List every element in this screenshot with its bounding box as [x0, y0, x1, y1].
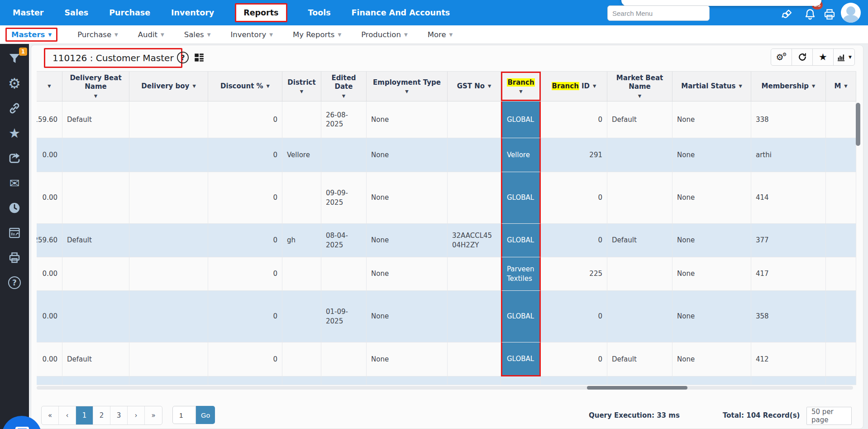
- column-header-blank[interactable]: ▼: [37, 72, 62, 101]
- column-header-employment-type[interactable]: Employment Type▼: [367, 72, 448, 101]
- page-button-first[interactable]: «: [42, 406, 59, 424]
- sidebar-report-window-icon[interactable]: [5, 224, 24, 242]
- sidebar-history-icon[interactable]: [5, 199, 24, 217]
- cell-gst-no: [448, 172, 501, 224]
- sort-caret-icon: ▼: [488, 83, 491, 89]
- cell-discount: 0: [208, 342, 282, 376]
- column-header-district[interactable]: District▼: [282, 72, 321, 101]
- subnav-item-production[interactable]: Production▼: [361, 30, 408, 39]
- column-header-gst-no[interactable]: GST No▼: [448, 72, 501, 101]
- sub-navbar: Masters▼Purchase▼Audit▼Sales▼Inventory▼M…: [0, 25, 868, 44]
- column-header-membership[interactable]: Membership▼: [751, 72, 826, 101]
- table-row[interactable]: 0.00001-09-2025NoneGLOBAL0None358: [37, 291, 856, 342]
- sort-caret-icon: ▼: [300, 89, 303, 94]
- table-row[interactable]: 0.00009-09-2025NoneGLOBAL0None414: [37, 172, 856, 224]
- user-avatar[interactable]: [841, 3, 861, 23]
- refresh-button[interactable]: [792, 49, 813, 65]
- cell-edited-date: 26-08-2025: [321, 101, 367, 138]
- sort-caret-icon: ▼: [638, 93, 641, 99]
- column-header-market-beat-name[interactable]: Market Beat Name▼: [607, 72, 672, 101]
- sidebar-print-icon[interactable]: [5, 249, 24, 267]
- horizontal-scrollbar[interactable]: [37, 386, 853, 390]
- topnav-item-purchase[interactable]: Purchase: [109, 8, 150, 17]
- column-header-delivery-boy[interactable]: Delivery boy▼: [129, 72, 208, 101]
- print-icon[interactable]: [823, 8, 836, 21]
- chart-view-button[interactable]: ▼: [834, 49, 854, 65]
- per-page-select[interactable]: 50 per page: [806, 407, 852, 425]
- cell-market-beat-name: [607, 138, 672, 172]
- page-button-3[interactable]: 3: [110, 406, 128, 424]
- cell-delivery-boy: [129, 172, 208, 224]
- topnav-item-sales[interactable]: Sales: [65, 8, 89, 17]
- topnav-item-finance-and-accounts[interactable]: Finance And Accounts: [352, 8, 450, 17]
- goto-page-input[interactable]: [172, 406, 196, 424]
- go-button[interactable]: Go: [196, 406, 215, 424]
- cell-employment-type: None: [367, 101, 448, 138]
- topnav-item-tools[interactable]: Tools: [308, 8, 331, 17]
- table-row[interactable]: 259.60Default0gh08-04-2025None32AACCL450…: [37, 224, 856, 257]
- column-header-martial-status[interactable]: Martial Status▼: [672, 72, 751, 101]
- subnav-item-inventory[interactable]: Inventory▼: [230, 30, 273, 39]
- sort-caret-icon: ▼: [48, 83, 51, 89]
- subnav-item-audit[interactable]: Audit▼: [138, 30, 164, 39]
- sort-caret-icon: ▼: [342, 93, 345, 99]
- theme-brush-icon[interactable]: [780, 8, 793, 21]
- cell-empty: [751, 376, 826, 385]
- sidebar-filter-icon[interactable]: 1: [5, 49, 24, 67]
- vertical-scrollbar[interactable]: [856, 102, 860, 385]
- cell-employment-type: None: [367, 224, 448, 257]
- search-input[interactable]: [607, 5, 710, 21]
- cell-delivery-beat-name: [62, 172, 129, 224]
- chevron-down-icon: ▼: [207, 32, 211, 37]
- column-header-branch[interactable]: Branch▼: [501, 72, 541, 101]
- favorite-button[interactable]: ★: [813, 49, 834, 65]
- cell-branch: GLOBAL: [501, 101, 541, 138]
- sidebar-help-icon[interactable]: ?: [5, 274, 24, 292]
- page-button-2[interactable]: 2: [93, 406, 110, 424]
- help-icon[interactable]: ?: [177, 52, 189, 63]
- column-header-delivery-beat-name[interactable]: Delivery Beat Name▼: [62, 72, 129, 101]
- star-icon: ★: [819, 53, 827, 62]
- sidebar-settings-icon[interactable]: ⚙: [5, 74, 24, 92]
- cell-m: [826, 257, 856, 291]
- subnav-item-sales[interactable]: Sales▼: [184, 30, 211, 39]
- table-row[interactable]: 0.00Default0NoneGLOBAL0DefaultNone412: [37, 342, 856, 376]
- table-row[interactable]: 0.000NoneParveen Textiles225None417: [37, 257, 856, 291]
- subnav-item-my-reports[interactable]: My Reports▼: [293, 30, 341, 39]
- sidebar-favorites-icon[interactable]: ★: [5, 124, 24, 142]
- cell-empty: [367, 376, 448, 385]
- sort-caret-icon: ▼: [593, 83, 596, 89]
- cell-branch-id: 0: [541, 224, 607, 257]
- page-button-prev[interactable]: ‹: [59, 406, 76, 424]
- column-header-discount[interactable]: Discount %▼: [208, 72, 282, 101]
- vertical-scrollbar-thumb[interactable]: [856, 103, 860, 146]
- topnav-item-reports[interactable]: Reports: [235, 3, 287, 22]
- cell-martial-status: None: [672, 138, 751, 172]
- horizontal-scrollbar-thumb[interactable]: [587, 386, 687, 390]
- sidebar-mail-icon[interactable]: ✉: [5, 174, 24, 192]
- topnav-item-master[interactable]: Master: [13, 8, 44, 17]
- cell-district: [282, 257, 321, 291]
- page-button-last[interactable]: »: [145, 406, 162, 424]
- notifications-bell-icon[interactable]: [803, 8, 817, 21]
- subnav-item-masters[interactable]: Masters▼: [5, 28, 57, 42]
- column-header-branch-id[interactable]: Branch ID▼: [541, 72, 607, 101]
- grid-toolbar: ⚙⚙ ★ ▼: [771, 48, 855, 66]
- sidebar-share-icon[interactable]: [5, 149, 24, 167]
- topnav-item-inventory[interactable]: Inventory: [171, 8, 214, 17]
- page-button-1[interactable]: 1: [76, 406, 93, 424]
- page-button-next[interactable]: ›: [128, 406, 145, 424]
- card-view-icon[interactable]: [193, 52, 205, 63]
- table-row[interactable]: 159.60Default026-08-2025NoneGLOBAL0Defau…: [37, 101, 856, 138]
- query-execution-time: Query Execution: 33 ms: [589, 411, 680, 419]
- cell-blank: 159.60: [37, 101, 62, 138]
- column-header-edited-date[interactable]: Edited Date▼: [321, 72, 367, 101]
- column-header-m[interactable]: M▼: [826, 72, 856, 101]
- subnav-item-more[interactable]: More▼: [428, 30, 453, 39]
- cell-employment-type: None: [367, 291, 448, 342]
- table-row[interactable]: 0.000VelloreNoneVellore291Nonearthi: [37, 138, 856, 172]
- subnav-item-purchase[interactable]: Purchase▼: [77, 30, 118, 39]
- cell-membership: 358: [751, 291, 826, 342]
- grid-settings-button[interactable]: ⚙⚙: [771, 49, 792, 65]
- sidebar-link-icon[interactable]: [5, 99, 24, 117]
